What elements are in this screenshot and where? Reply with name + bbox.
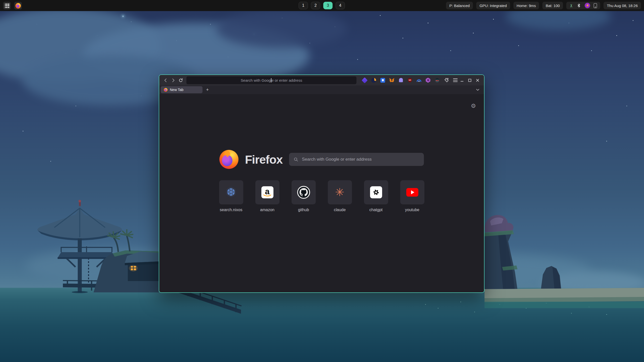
tab-title: New Tab (170, 88, 183, 92)
url-placeholder: Search with Google or enter address (241, 78, 302, 82)
claude-starburst-icon: ✳ (335, 187, 344, 198)
nixos-snowflake-icon: ❆ (227, 187, 235, 198)
latency-pill[interactable]: Home: 9ms (513, 2, 539, 9)
firefox-wordmark: Firefox (245, 153, 283, 166)
chatgpt-knot-icon (370, 186, 382, 198)
shortcut-label: youtube (405, 208, 419, 212)
shortcut-chatgpt[interactable]: chatgpt (364, 180, 388, 212)
newtab-hero: Firefox Search with Google or enter addr… (159, 150, 484, 169)
workspace-switcher: 1 2 3 4 (299, 2, 345, 9)
app-grid-icon (5, 4, 9, 8)
search-icon (294, 157, 298, 162)
maximize-button[interactable] (468, 78, 472, 82)
shortcut-label: github (298, 208, 309, 212)
gpu-pill[interactable]: GPU: Integrated (476, 2, 510, 9)
latency-label: Home: 9ms (517, 4, 536, 8)
firefox-icon (15, 3, 21, 9)
power-profile-label: P: Balanced (449, 4, 470, 8)
shortcut-label: amazon (260, 208, 274, 212)
newtab-search-input[interactable]: Search with Google or enter address (289, 153, 424, 166)
reload-button[interactable] (177, 76, 184, 84)
shortcut-label: claude (334, 208, 346, 212)
firefox-logo (219, 150, 238, 169)
flame-tray-icon[interactable] (585, 3, 590, 8)
battery-pill[interactable]: Bat: 100 (542, 2, 563, 9)
shortcut-youtube[interactable]: youtube (400, 180, 424, 212)
url-bar[interactable]: Search with Google or enter address (186, 76, 356, 84)
shortcut-github[interactable]: github (292, 180, 316, 212)
ghostery-extension-icon[interactable] (398, 78, 404, 83)
text-caret (271, 78, 271, 82)
github-octocat-icon (297, 186, 310, 199)
power-profile-pill[interactable]: P: Balanced (446, 2, 473, 9)
app-menu-hamburger-icon[interactable] (453, 78, 458, 83)
screenshot-scissors-icon[interactable]: ✂ (569, 4, 574, 7)
youtube-play-icon (406, 188, 418, 197)
flame-glyph (586, 4, 589, 7)
clock-label: Thu Aug 08, 18:26 (607, 4, 638, 8)
obsidian-clipper-extension-icon[interactable] (362, 78, 367, 83)
minimize-button[interactable] (460, 78, 464, 82)
nordvpn-extension-icon[interactable] (416, 78, 422, 83)
open-new-tab-button[interactable]: + (206, 87, 209, 93)
tab-bar: New Tab + (159, 85, 484, 94)
personalize-gear-icon[interactable]: ⚙ (471, 103, 476, 109)
new-tab-page: ⚙ Firefox Search with Google or enter ad… (159, 94, 484, 292)
desktop: 1 2 3 4 P: Balanced GPU: Integrated Home… (0, 0, 644, 362)
navigation-toolbar: Search with Google or enter address UO (159, 75, 484, 85)
battery-label: Bat: 100 (546, 4, 560, 8)
forward-button[interactable] (169, 76, 177, 84)
phone-device-icon[interactable] (594, 3, 597, 8)
shortcut-label: chatgpt (369, 208, 382, 212)
ublock-origin-extension-icon[interactable]: UO (407, 78, 413, 83)
desktop-status-bar: 1 2 3 4 P: Balanced GPU: Integrated Home… (0, 0, 644, 11)
app-launcher-button[interactable] (3, 2, 11, 10)
orange-crescent-extension-icon[interactable] (371, 78, 376, 83)
shortcut-search-nixos[interactable]: ❆ search.nixos (219, 180, 243, 212)
workspace-2[interactable]: 2 (311, 2, 320, 9)
island-cliff (485, 215, 644, 308)
close-button[interactable] (476, 78, 479, 82)
extension-icons: UO (362, 78, 458, 83)
workspace-4[interactable]: 4 (336, 2, 345, 9)
firefox-launcher-button[interactable] (14, 2, 22, 10)
shortcut-claude[interactable]: ✳ claude (328, 180, 352, 212)
back-button[interactable] (162, 76, 169, 84)
extensions-puzzle-icon[interactable] (444, 78, 449, 83)
shortcut-amazon[interactable]: a amazon (255, 180, 279, 212)
bluetooth-icon[interactable] (577, 3, 581, 8)
tab-favicon-firefox (164, 88, 168, 92)
clock-pill[interactable]: Thu Aug 08, 18:26 (603, 2, 641, 9)
firefox-window: Search with Google or enter address UO (159, 74, 485, 293)
bitwarden-extension-icon[interactable] (380, 78, 385, 83)
shortcut-label: search.nixos (220, 208, 243, 212)
workspace-3-active[interactable]: 3 (323, 2, 333, 9)
hexagon-snowflake-extension-icon[interactable] (425, 78, 431, 83)
svg-text:UO: UO (409, 79, 411, 81)
newtab-search-placeholder: Search with Google or enter address (302, 157, 372, 162)
metamask-extension-icon[interactable] (389, 78, 394, 83)
amazon-icon: a (261, 186, 273, 198)
window-controls (460, 78, 481, 82)
tab-new-tab[interactable]: New Tab (161, 86, 203, 93)
goggles-avatar-extension-icon[interactable] (434, 78, 440, 83)
gpu-label: GPU: Integrated (479, 4, 507, 8)
system-tray: ✂ (566, 2, 600, 9)
shortcut-tiles: ❆ search.nixos a amazon (159, 180, 484, 212)
workspace-1[interactable]: 1 (299, 2, 308, 9)
list-all-tabs-chevron[interactable] (475, 87, 480, 93)
